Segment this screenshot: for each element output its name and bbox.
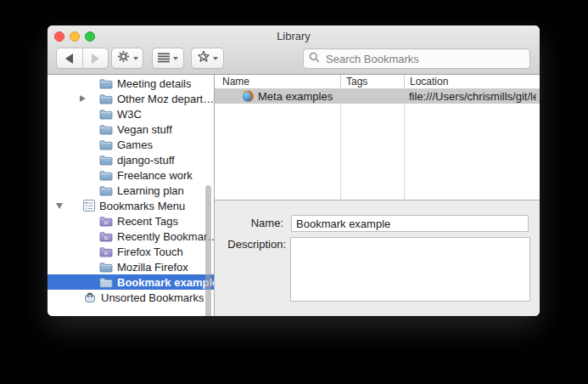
description-field[interactable] (290, 237, 530, 302)
sidebar-item-freelance-work[interactable]: Freelance work (48, 167, 214, 183)
disclosure-expanded-icon[interactable] (56, 203, 63, 209)
close-button[interactable] (54, 31, 64, 42)
zoom-button[interactable] (85, 31, 95, 42)
search-input[interactable] (324, 52, 524, 66)
views-menu-button[interactable] (152, 48, 184, 69)
gear-icon (117, 50, 130, 66)
search-icon (309, 51, 320, 66)
column-header-name[interactable]: Name (215, 75, 341, 88)
list-column-headers: Name Tags Location (215, 75, 540, 89)
search-field[interactable] (303, 48, 530, 69)
folder-icon (99, 124, 113, 135)
sidebar-item-bookmark-example[interactable]: Bookmark example (48, 274, 214, 290)
content-area: Meeting details Other Moz depart… W3C (48, 75, 540, 316)
folder-icon (99, 155, 113, 166)
sidebar-item-bookmarks-menu[interactable]: Bookmarks Menu (48, 198, 214, 213)
folder-icon (99, 262, 113, 273)
description-label: Description: (215, 238, 286, 251)
folder-icon (99, 170, 113, 181)
folder-icon (99, 78, 113, 89)
right-pane: Name Tags Location Meta examples (215, 75, 540, 316)
traffic-lights (54, 31, 95, 42)
sidebar: Meeting details Other Moz depart… W3C (48, 75, 215, 316)
sidebar-item-other-moz-departments[interactable]: Other Moz depart… (48, 91, 214, 106)
row-name: Meta examples (258, 90, 333, 103)
sidebar-item-vegan-stuff[interactable]: Vegan stuff (48, 121, 214, 137)
organize-menu-button[interactable] (111, 48, 143, 69)
column-divider[interactable] (404, 89, 405, 200)
bookmark-tree: Meeting details Other Moz depart… W3C (48, 75, 214, 305)
star-backup-icon (197, 50, 210, 67)
window-title: Library (98, 25, 489, 48)
folder-icon (99, 277, 113, 288)
chevron-down-icon (133, 57, 138, 60)
folder-icon (99, 109, 113, 120)
sidebar-item-unsorted-bookmarks[interactable]: Unsorted Bookmarks (48, 290, 214, 305)
name-field[interactable] (291, 215, 529, 232)
smart-folder-icon (99, 216, 113, 227)
sidebar-item-recent-tags[interactable]: Recent Tags (48, 213, 214, 229)
folder-icon (99, 185, 113, 196)
sidebar-item-games[interactable]: Games (48, 137, 214, 152)
sidebar-item-meeting-details[interactable]: Meeting details (48, 76, 214, 91)
disclosure-collapsed-icon[interactable] (80, 95, 86, 102)
sidebar-item-learning-plan[interactable]: Learning plan (48, 183, 214, 198)
sidebar-item-recently-bookmarked[interactable]: Recently Bookmar… (48, 229, 214, 244)
forward-arrow-icon (92, 54, 99, 64)
sidebar-item-firefox-touch[interactable]: Firefox Touch (48, 244, 214, 259)
name-label: Name: (215, 215, 283, 232)
folder-icon (99, 139, 113, 150)
row-location: file:///Users/chrismills/git/le… (409, 90, 536, 103)
forward-button[interactable] (83, 48, 109, 68)
library-window: Library (48, 25, 540, 316)
title-toolbar: Library (48, 25, 540, 75)
smart-folder-icon (99, 231, 113, 242)
back-forward-segment (56, 48, 109, 69)
sidebar-scrollbar-thumb[interactable] (205, 185, 211, 316)
folder-icon (99, 93, 113, 104)
column-header-tags[interactable]: Tags (341, 75, 405, 88)
import-backup-menu-button[interactable] (191, 48, 224, 69)
firefox-icon (241, 89, 255, 105)
chevron-down-icon (173, 57, 178, 60)
sidebar-item-mozilla-firefox[interactable]: Mozilla Firefox (48, 259, 214, 274)
minimize-button[interactable] (70, 31, 80, 42)
list-row-meta-examples[interactable]: Meta examples file:///Users/chrismills/g… (215, 89, 540, 104)
bookmark-list: Meta examples file:///Users/chrismills/g… (215, 89, 540, 200)
sidebar-item-w3c[interactable]: W3C (48, 106, 214, 121)
smart-folder-icon (99, 246, 113, 257)
column-divider[interactable] (340, 89, 341, 200)
unsorted-bookmarks-icon (83, 291, 97, 303)
back-button[interactable] (57, 48, 83, 68)
list-view-icon (158, 51, 170, 66)
chevron-down-icon (213, 57, 218, 60)
sidebar-item-django-stuff[interactable]: django-stuff (48, 152, 214, 167)
detail-panel: Name: Description: (215, 200, 540, 316)
column-header-location[interactable]: Location (405, 75, 540, 88)
back-arrow-icon (65, 54, 73, 64)
bookmarks-menu-icon (83, 200, 95, 212)
